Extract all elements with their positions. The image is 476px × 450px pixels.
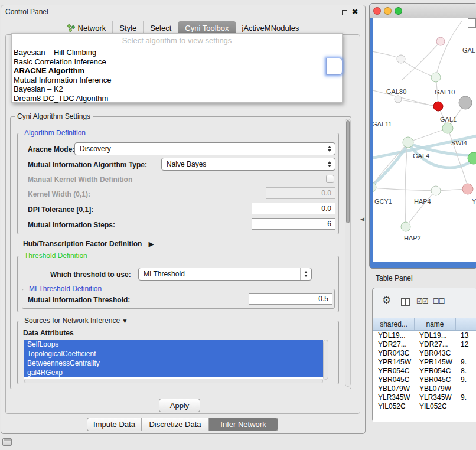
table-cell: YDL19... (373, 331, 415, 340)
select-all-icon[interactable]: ☑☑ (416, 297, 428, 305)
columns-icon[interactable] (401, 298, 410, 306)
node-label: GAL4 (413, 152, 429, 159)
network-edge[interactable] (407, 190, 436, 226)
table-cell: YLR345W (415, 393, 456, 402)
aracne-mode-select[interactable]: Discovery (74, 142, 335, 155)
attribute-item[interactable]: SelfLoops (24, 340, 323, 349)
manual-kernel-width-checkbox[interactable] (326, 175, 334, 183)
column-header[interactable]: shared... (373, 318, 415, 330)
tab-impute-data[interactable]: Impute Data (87, 418, 142, 431)
hub-section-toggle[interactable]: Hub/Transcription Factor Definition ▶ (23, 240, 154, 248)
table-row[interactable]: YDL19...YDL19...13 (373, 331, 476, 340)
table-row[interactable]: YLR345WYLR345W9. (373, 393, 476, 402)
collapse-arrow-icon[interactable]: ▼ (122, 318, 128, 324)
table-row[interactable]: YBR045CYBR045C9. (373, 375, 476, 384)
table-cell: 9. (456, 358, 476, 366)
table-row[interactable]: YPR145WYPR145W9. (373, 357, 476, 366)
algorithm-select-combo[interactable] (326, 58, 343, 75)
stepper-icon (324, 158, 335, 170)
collapsed-panel-icon[interactable] (2, 438, 12, 446)
deselect-all-icon[interactable]: ☐☐ (433, 297, 445, 305)
algorithm-option[interactable]: Bayesian – Hill Climbing (12, 48, 342, 57)
table-row[interactable]: YBR043CYBR043C (373, 348, 476, 357)
node-label: GAL10 (435, 89, 455, 96)
algorithm-option[interactable]: ARACNE Algorithm (12, 66, 342, 76)
network-node[interactable] (436, 37, 445, 45)
algorithm-option[interactable]: Basic Correlation Inference (12, 57, 342, 67)
attributes-vertical-scrollbar[interactable] (323, 340, 328, 380)
close-icon[interactable]: ✖ (352, 8, 358, 16)
network-node[interactable] (397, 55, 405, 63)
node-label: SWI4 (451, 139, 467, 146)
table-cell: 9. (456, 393, 476, 402)
network-node[interactable] (433, 102, 443, 111)
network-node[interactable] (462, 184, 473, 194)
gear-icon[interactable]: ⚙ (382, 294, 391, 306)
attribute-item[interactable]: gal4RGexp (24, 368, 323, 377)
expand-arrow-icon[interactable]: ▶ (149, 240, 154, 247)
minimize-traffic-button[interactable] (384, 7, 392, 15)
mi-threshold-field[interactable]: 0.5 (249, 293, 332, 305)
table-row[interactable]: YBL079WYBL079W (373, 384, 476, 393)
table-cell: YPR145W (373, 358, 415, 366)
stepper-icon (324, 143, 335, 155)
table-row[interactable]: YER054CYER054C8. (373, 366, 476, 375)
attribute-item[interactable]: TopologicalCoefficient (24, 349, 323, 358)
network-node[interactable] (431, 186, 441, 195)
float-window-icon[interactable] (342, 10, 347, 15)
dpi-tolerance-field[interactable]: 0.0 (252, 203, 335, 214)
zoom-traffic-button[interactable] (395, 7, 402, 15)
data-attributes-label: Data Attributes (23, 329, 74, 337)
tab-infer-network[interactable]: Infer Network (209, 418, 278, 431)
kernel-width-field[interactable]: 0.0 (266, 187, 335, 199)
table-panel-title: Table Panel (376, 274, 413, 282)
network-edge[interactable] (409, 128, 448, 142)
tab-discretize-data[interactable]: Discretize Data (142, 418, 209, 431)
table-cell: 13 (456, 331, 476, 340)
split-pane-collapse-arrow[interactable]: ◀ (360, 216, 364, 222)
which-threshold-select[interactable]: MI Threshold (138, 268, 312, 281)
node-label: Y (472, 198, 476, 205)
which-threshold-value: MI Threshold (139, 270, 300, 278)
network-node[interactable] (395, 96, 402, 103)
network-node[interactable] (442, 123, 453, 133)
network-edge[interactable] (373, 188, 435, 191)
settings-scrollbar-thumb[interactable] (346, 120, 350, 223)
mi-steps-field[interactable]: 6 (252, 218, 335, 230)
algorithm-option[interactable]: Bayesian – K2 (12, 84, 342, 94)
settings-group-legend: Cyni Algorithm Settings (15, 112, 93, 120)
network-canvas[interactable]: GALGAL80GAL10GAL11GAL1SWI4GAL4GCY1HAP4YH… (373, 18, 476, 262)
network-node[interactable] (401, 222, 410, 231)
apply-button[interactable]: Apply (159, 399, 200, 412)
data-attributes-list[interactable]: SelfLoopsTopologicalCoefficientBetweenne… (24, 340, 323, 380)
attribute-item[interactable]: BetweennessCentrality (24, 358, 323, 368)
network-edge[interactable] (405, 144, 407, 226)
close-traffic-button[interactable] (373, 7, 381, 15)
network-node[interactable] (403, 137, 413, 148)
network-window-titlebar[interactable] (370, 4, 476, 18)
column-header[interactable]: name (415, 318, 456, 330)
mi-threshold-definition-legend: MI Threshold Definition (27, 285, 104, 293)
table-row[interactable]: YDR27...YDR27...12 (373, 340, 476, 348)
sources-legend[interactable]: Sources for Network Inference ▼ (22, 317, 130, 325)
column-header[interactable] (456, 318, 476, 330)
aracne-mode-label: Aracne Mode: (28, 145, 74, 154)
table-cell: YBL079W (415, 384, 456, 393)
table-row[interactable]: YIL052CYIL052C (373, 402, 476, 410)
network-edge-thick[interactable] (373, 145, 407, 185)
birdseye-toggle[interactable] (468, 18, 476, 28)
network-edge[interactable] (436, 21, 462, 77)
network-node[interactable] (459, 96, 472, 109)
table-cell: YIL052C (373, 402, 415, 410)
algorithm-option[interactable]: Dream8 DC_TDC Algorithm (12, 94, 342, 103)
algorithm-option[interactable]: Mutual Information Inference (12, 76, 342, 85)
attributes-horizontal-scrollbar[interactable] (24, 379, 323, 383)
network-node[interactable] (431, 73, 441, 82)
network-edge[interactable] (401, 59, 436, 77)
mi-algorithm-type-select[interactable]: Naive Bayes (161, 158, 335, 171)
table-cell: YER054C (415, 367, 456, 375)
settings-scrollbar[interactable] (345, 119, 351, 387)
tab-label: Network (78, 24, 106, 32)
network-edge[interactable] (436, 189, 467, 191)
sources-legend-label: Sources for Network Inference (24, 317, 120, 325)
